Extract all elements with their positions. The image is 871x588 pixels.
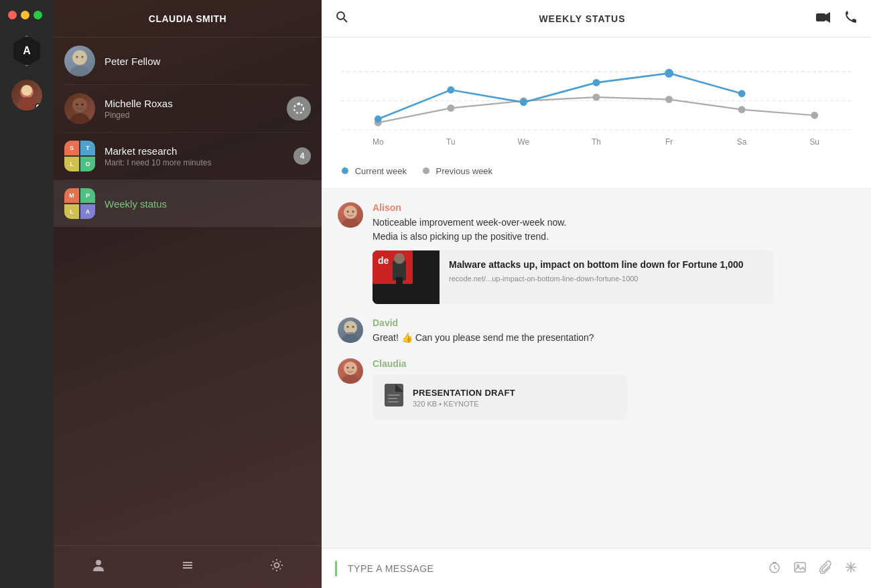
app-title: CLAUDIA SMITH xyxy=(149,13,226,24)
contact-item-weekly[interactable]: M P L A Weekly status xyxy=(54,180,322,227)
svg-point-12 xyxy=(297,102,300,105)
chat-title: WEEKLY STATUS xyxy=(539,13,625,24)
svg-text:Tu: Tu xyxy=(446,137,456,147)
svg-point-74 xyxy=(797,565,799,567)
contact-info-weekly: Weekly status xyxy=(105,198,311,210)
legend-previous: Previous week xyxy=(423,166,492,176)
svg-point-48 xyxy=(352,211,354,213)
gear-icon[interactable] xyxy=(269,558,284,576)
svg-point-37 xyxy=(738,90,746,97)
svg-point-11 xyxy=(294,104,304,113)
online-indicator xyxy=(35,103,42,110)
svg-point-35 xyxy=(593,79,600,86)
file-attachment[interactable]: PRESENTATION DRAFT 320 KB • KEYNOTE xyxy=(373,374,627,421)
svg-line-71 xyxy=(775,568,777,569)
message-claudia: Claudia PRESENTATION DRAFT 320 KB xyxy=(338,358,855,421)
badge-market: 4 xyxy=(293,147,311,165)
svg-point-29 xyxy=(665,96,673,103)
message-input[interactable] xyxy=(348,563,757,574)
contacts-panel: CLAUDIA SMITH Peter Fellow xyxy=(54,0,322,588)
contact-name-market: Market research xyxy=(105,145,284,157)
svg-point-63 xyxy=(347,367,349,369)
msg-content-claudia: Claudia PRESENTATION DRAFT 320 KB xyxy=(373,358,855,421)
input-icons xyxy=(768,561,858,577)
contact-avatar-strip-1[interactable] xyxy=(11,80,42,111)
svg-rect-55 xyxy=(396,277,403,287)
svg-point-18 xyxy=(337,12,344,19)
contact-item-market[interactable]: S T L O Market research Marit: I need 10… xyxy=(54,133,322,179)
msg-sender-david: David xyxy=(373,317,855,328)
maximize-button[interactable] xyxy=(34,11,42,19)
link-preview-alison[interactable]: de Malware attacks up, impact on bottom … xyxy=(373,250,775,304)
svg-rect-73 xyxy=(795,563,805,572)
message-input-area xyxy=(322,548,871,588)
svg-text:Mo: Mo xyxy=(373,137,384,147)
main-panel: WEEKLY STATUS xyxy=(322,0,871,588)
group-cell-l: L xyxy=(64,157,79,171)
video-call-icon[interactable] xyxy=(816,12,831,25)
contact-preview-michelle: Pinged xyxy=(105,111,277,120)
avatar-market-research: S T L O xyxy=(64,141,95,171)
svg-point-4 xyxy=(72,50,87,65)
timer-icon[interactable] xyxy=(768,561,781,577)
svg-text:We: We xyxy=(518,137,530,147)
svg-point-33 xyxy=(447,86,454,94)
phone-icon[interactable] xyxy=(844,11,858,27)
contact-item-peter[interactable]: Peter Fellow xyxy=(54,38,322,84)
messages-area: Alison Noticeable improvement week-over-… xyxy=(322,189,871,548)
group-cell-t: T xyxy=(80,141,95,155)
message-david: David Great! 👍 Can you please send me th… xyxy=(338,317,855,345)
svg-text:Su: Su xyxy=(809,137,819,147)
attach-icon[interactable] xyxy=(819,561,832,577)
people-icon[interactable] xyxy=(91,558,106,576)
close-button[interactable] xyxy=(8,11,17,19)
svg-point-2 xyxy=(21,85,32,96)
contacts-bottom-nav xyxy=(54,545,322,588)
avatar-peter xyxy=(64,46,95,76)
msg-content-alison: Alison Noticeable improvement week-over-… xyxy=(373,202,855,304)
file-icon xyxy=(385,384,403,411)
svg-point-56 xyxy=(341,334,360,343)
svg-marker-21 xyxy=(825,12,830,23)
svg-text:Fr: Fr xyxy=(665,137,673,147)
svg-point-31 xyxy=(811,112,818,119)
avatar-claudia xyxy=(338,358,363,384)
svg-point-62 xyxy=(344,362,357,375)
msg-sender-claudia: Claudia xyxy=(373,358,855,369)
sparkle-icon[interactable] xyxy=(844,561,858,577)
contact-item-michelle[interactable]: Michelle Roxas Pinged xyxy=(54,85,322,132)
weekly-chart: Mo Tu We Th Fr Sa Su xyxy=(342,51,851,158)
svg-rect-68 xyxy=(388,401,399,402)
spinner-badge-michelle xyxy=(287,96,311,121)
svg-point-9 xyxy=(76,104,78,106)
minimize-button[interactable] xyxy=(21,11,29,19)
svg-point-45 xyxy=(341,218,360,228)
legend-dot-current xyxy=(342,167,348,174)
list-icon[interactable] xyxy=(180,558,195,576)
message-alison: Alison Noticeable improvement week-over-… xyxy=(338,202,855,304)
group-cell-l2: L xyxy=(64,204,79,219)
svg-point-58 xyxy=(347,326,349,328)
svg-point-13 xyxy=(96,560,101,565)
contact-name-michelle: Michelle Roxas xyxy=(105,98,277,109)
svg-point-59 xyxy=(352,326,354,328)
icon-strip: A xyxy=(0,0,54,588)
svg-point-64 xyxy=(352,367,354,369)
contacts-header: CLAUDIA SMITH xyxy=(54,0,322,38)
svg-point-32 xyxy=(375,115,382,123)
msg-sender-alison: Alison xyxy=(373,202,855,213)
legend-dot-previous xyxy=(423,167,429,174)
group-cell-p: P xyxy=(80,188,95,203)
svg-rect-66 xyxy=(388,394,400,396)
user-avatar[interactable]: A xyxy=(11,35,42,66)
avatar-alison xyxy=(338,202,363,228)
contact-name-weekly: Weekly status xyxy=(105,198,311,210)
search-icon[interactable] xyxy=(335,10,348,27)
image-icon[interactable] xyxy=(793,561,807,577)
file-info: PRESENTATION DRAFT 320 KB • KEYNOTE xyxy=(413,388,515,408)
contact-info-peter: Peter Fellow xyxy=(105,56,311,67)
file-name: PRESENTATION DRAFT xyxy=(413,388,515,398)
svg-point-46 xyxy=(344,206,357,219)
svg-rect-67 xyxy=(388,398,397,399)
svg-text:de: de xyxy=(378,255,389,266)
